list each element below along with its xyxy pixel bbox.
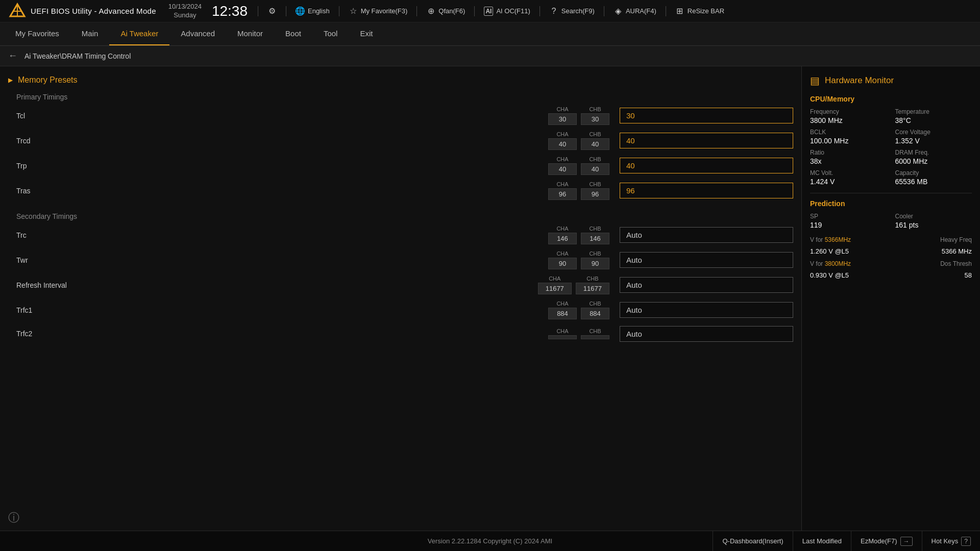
search-label: Search(F9) <box>561 7 595 15</box>
hw-dosthresh-value: 58 <box>965 271 972 279</box>
trcd-channels: CHA 40 CHB 40 <box>548 131 609 150</box>
timing-row-trfc1: Trfc1 CHA 884 CHB 884 <box>0 297 801 322</box>
toolbar-aura[interactable]: ◈ AURA(F4) <box>614 7 656 16</box>
refresh-label: Refresh Interval <box>16 281 118 289</box>
hw-v3800-value: 0.930 V @L5 <box>810 271 849 279</box>
refresh-cha-value: 11677 <box>538 283 572 294</box>
trfc1-cha-value: 884 <box>548 308 577 319</box>
hw-mc-volt-label: MC Volt. <box>810 169 887 177</box>
myfavorite-label: My Favorite(F3) <box>361 7 408 15</box>
ezmode-arrow-icon: → <box>900 537 913 546</box>
footer-qdashboard[interactable]: Q-Dashboard(Insert) <box>713 531 792 551</box>
timing-row-trfc2: Trfc2 CHA CHB <box>0 322 801 345</box>
footer-lastmodified[interactable]: Last Modified <box>793 531 851 551</box>
toolbar-language[interactable]: 🌐 English <box>296 7 330 16</box>
trfc1-input[interactable] <box>620 302 793 318</box>
nav-exit[interactable]: Exit <box>349 22 384 45</box>
tras-input[interactable] <box>620 183 793 198</box>
tcl-input[interactable] <box>620 108 793 123</box>
lastmodified-label: Last Modified <box>802 537 842 545</box>
hotkeys-label: Hot Keys <box>932 537 959 545</box>
hw-core-voltage-label: Core Voltage <box>895 129 972 136</box>
nav-boot[interactable]: Boot <box>274 22 312 45</box>
trfc2-input[interactable] <box>620 326 793 342</box>
logo: UEFI BIOS Utility - Advanced Mode <box>8 2 156 20</box>
hw-pred-3800: V for 3800MHz Dos Thresh 0.930 V @L5 58 <box>810 260 972 279</box>
hw-monitor-title: ▤ Hardware Monitor <box>810 74 972 87</box>
nav-main[interactable]: Main <box>70 22 110 45</box>
memory-presets-section[interactable]: ▶ Memory Presets <box>0 71 801 89</box>
twr-cha-label: CHA <box>556 251 568 257</box>
header: UEFI BIOS Utility - Advanced Mode 10/13/… <box>0 0 980 22</box>
tras-cha-box: CHA 96 <box>548 181 577 200</box>
refresh-cha-label: CHA <box>549 276 560 282</box>
tras-cha-value: 96 <box>548 188 577 200</box>
trfc2-label: Trfc2 <box>16 330 118 338</box>
toolbar-resizebar[interactable]: ⊞ ReSize BAR <box>675 7 724 16</box>
timing-row-twr: Twr CHA 90 CHB 90 <box>0 247 801 272</box>
toolbar-qfan[interactable]: ⊕ Qfan(F6) <box>426 7 465 16</box>
hw-monitor-icon: ▤ <box>810 74 820 87</box>
aioc-label: AI OC(F11) <box>496 7 530 15</box>
navigation: My Favorites Main Ai Tweaker Advanced Mo… <box>0 22 980 46</box>
trc-cha-label: CHA <box>556 226 568 232</box>
footer-hotkeys[interactable]: Hot Keys ? <box>922 531 980 551</box>
hw-v5366-value: 1.260 V @L5 <box>810 247 849 255</box>
trfc1-chb-value: 884 <box>581 308 609 319</box>
breadcrumb: ← Ai Tweaker\DRAM Timing Control <box>0 46 980 66</box>
twr-channels: CHA 90 CHB 90 <box>548 251 609 269</box>
primary-timings-label: Primary Timings <box>0 89 801 103</box>
timing-row-trc: Trc CHA 146 CHB 146 <box>0 222 801 247</box>
refresh-cha-box: CHA 11677 <box>538 276 572 294</box>
trc-chb-box: CHB 146 <box>581 226 609 244</box>
trcd-chb-label: CHB <box>589 131 601 137</box>
trcd-label: Trcd <box>16 137 118 145</box>
hw-divider <box>810 193 972 193</box>
twr-chb-label: CHB <box>589 251 601 257</box>
nav-advanced[interactable]: Advanced <box>169 22 226 45</box>
trfc2-chb-box: CHB <box>581 328 609 339</box>
tcl-channels: CHA 30 CHB 30 <box>548 106 609 125</box>
hw-core-voltage-value: 1.352 V <box>895 137 972 145</box>
nav-monitor[interactable]: Monitor <box>226 22 274 45</box>
trp-input[interactable] <box>620 158 793 173</box>
refresh-input[interactable] <box>620 277 793 293</box>
toolbar-settings[interactable]: ⚙ <box>267 7 277 16</box>
toolbar-myfavorite[interactable]: ☆ My Favorite(F3) <box>349 7 408 16</box>
footer-ezmode[interactable]: EzMode(F7) → <box>851 531 922 551</box>
ezmode-label: EzMode(F7) <box>861 537 897 545</box>
trfc2-channels: CHA CHB <box>548 328 609 339</box>
trcd-input[interactable] <box>620 133 793 148</box>
hw-frequency-label: Frequency <box>810 108 887 115</box>
secondary-timings-label: Secondary Timings <box>0 208 801 222</box>
refresh-chb-box: CHB 11677 <box>576 276 609 294</box>
hw-capacity-value: 65536 MB <box>895 178 972 186</box>
hw-v5366-label: V for 5366MHz <box>810 236 851 243</box>
trp-channels: CHA 40 CHB 40 <box>548 156 609 175</box>
nav-myfavorites[interactable]: My Favorites <box>4 22 70 45</box>
info-icon[interactable]: ⓘ <box>8 510 19 525</box>
trcd-cha-value: 40 <box>548 138 577 150</box>
nav-aitweaker-label: Ai Tweaker <box>120 29 158 38</box>
content-area[interactable]: ▶ Memory Presets Primary Timings Tcl CHA… <box>0 66 801 531</box>
twr-cha-value: 90 <box>548 258 577 269</box>
trc-label: Trc <box>16 231 118 239</box>
trp-chb-box: CHB 40 <box>581 156 609 175</box>
toolbar-search[interactable]: ? Search(F9) <box>549 7 595 16</box>
hw-dram-freq-label: DRAM Freq. <box>895 149 972 156</box>
twr-input[interactable] <box>620 252 793 268</box>
nav-aitweaker[interactable]: Ai Tweaker <box>109 22 169 45</box>
trfc2-cha-label: CHA <box>556 328 568 334</box>
trc-channels: CHA 146 CHB 146 <box>548 226 609 244</box>
date-display: 10/13/2024 Sunday <box>168 3 202 20</box>
tras-chb-box: CHB 96 <box>581 181 609 200</box>
tcl-chb-box: CHB 30 <box>581 106 609 125</box>
nav-tool[interactable]: Tool <box>312 22 349 45</box>
trc-input[interactable] <box>620 227 793 243</box>
hw-mc-volt-value: 1.424 V <box>810 178 887 186</box>
breadcrumb-path: Ai Tweaker\DRAM Timing Control <box>24 52 131 60</box>
tras-channels: CHA 96 CHB 96 <box>548 181 609 200</box>
toolbar-separator-5 <box>474 6 475 16</box>
toolbar-aioc[interactable]: AI AI OC(F11) <box>484 7 530 16</box>
breadcrumb-back-button[interactable]: ← <box>8 51 17 61</box>
